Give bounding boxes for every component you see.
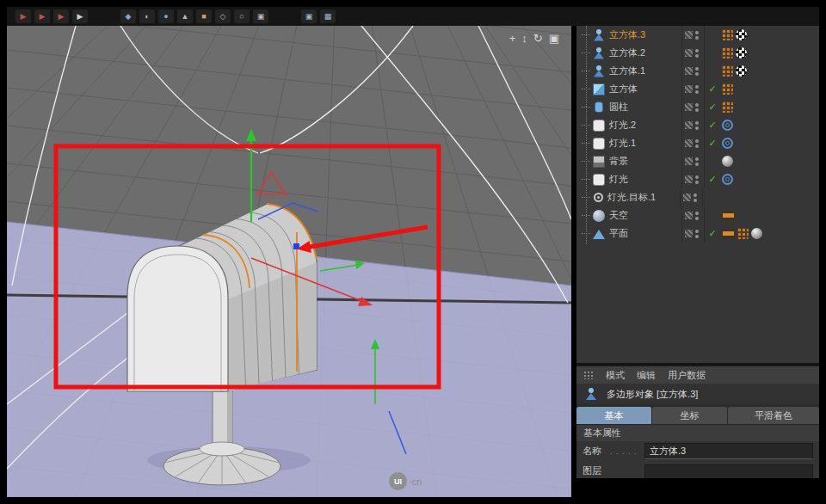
toolbar-icon[interactable]: ● (158, 9, 174, 23)
visibility-dots-icon[interactable] (695, 67, 699, 76)
object-row[interactable]: 灯光.目标.1 (576, 188, 819, 206)
object-row[interactable]: 立方体✓ (576, 80, 819, 98)
visibility-dots-icon[interactable] (695, 85, 699, 94)
object-row[interactable]: 灯光✓ (576, 170, 819, 188)
visibility-dots-icon[interactable] (695, 230, 699, 238)
toolbar-icon[interactable]: ▦ (320, 9, 336, 23)
toolbar-icon[interactable]: ▶ (15, 9, 31, 23)
visibility-dots-icon[interactable] (695, 49, 699, 58)
toolbar-icon[interactable]: ▶ (34, 9, 50, 23)
uv-tag-icon[interactable] (737, 228, 749, 239)
bullseye-tag-icon[interactable] (722, 120, 733, 131)
enabled-check-icon[interactable]: ✓ (705, 174, 720, 185)
visibility-dots-icon[interactable] (693, 194, 697, 202)
toolbar-icon[interactable]: ◆ (120, 9, 136, 23)
layer-color-patch[interactable] (685, 31, 693, 39)
tab-userdata[interactable]: 用户数据 (668, 369, 706, 382)
object-row[interactable]: 灯光.2✓ (576, 116, 819, 134)
layer-color-patch[interactable] (685, 175, 693, 183)
visibility-dots-icon[interactable] (695, 175, 699, 184)
visibility-dots-icon[interactable] (695, 31, 699, 40)
layer-color-patch[interactable] (685, 230, 693, 237)
tab-mode[interactable]: 模式 (606, 369, 625, 382)
uv-tag-icon[interactable] (722, 47, 733, 58)
visibility-toggles[interactable] (681, 134, 705, 152)
object-row[interactable]: 天空 (576, 206, 819, 224)
visibility-toggles[interactable] (681, 44, 705, 62)
object-row[interactable]: 平面✓ (576, 224, 819, 243)
visibility-toggles[interactable] (681, 80, 705, 98)
toolbar-icon[interactable]: ◇ (215, 9, 231, 23)
object-row[interactable]: 立方体.1 (576, 62, 819, 80)
layer-dropdown[interactable] (644, 464, 813, 478)
layer-color-patch[interactable] (685, 103, 693, 111)
toolbar-icon[interactable]: ▲ (177, 9, 193, 23)
uv-tag-icon[interactable] (722, 83, 733, 95)
visibility-toggles[interactable] (681, 206, 705, 224)
layer-color-patch[interactable] (685, 49, 693, 57)
enabled-check-icon[interactable]: ✓ (705, 120, 720, 131)
object-row[interactable]: 灯光.1✓ (576, 134, 819, 152)
object-row[interactable]: 立方体.3 (576, 26, 819, 44)
bullseye-tag-icon[interactable] (722, 174, 733, 185)
tab-edit[interactable]: 编辑 (637, 369, 656, 382)
uv-tag-icon[interactable] (722, 65, 733, 77)
uv-tag-icon[interactable] (722, 101, 733, 113)
dolly-icon[interactable]: ↕ (521, 33, 527, 45)
subtab-coordinates[interactable]: 坐标 (652, 407, 728, 424)
visibility-dots-icon[interactable] (695, 157, 699, 166)
toolbar-icon[interactable]: ○ (234, 9, 250, 23)
layer-color-patch[interactable] (685, 212, 693, 219)
layer-color-patch[interactable] (685, 85, 693, 93)
toolbar-icon[interactable]: ▶ (72, 9, 88, 23)
visibility-toggles[interactable] (680, 188, 703, 206)
object-row[interactable]: 立方体.2 (576, 44, 819, 62)
visibility-dots-icon[interactable] (695, 121, 699, 130)
enabled-check-icon[interactable]: ✓ (705, 83, 720, 95)
layer-color-patch[interactable] (683, 194, 691, 201)
checker-tag-icon[interactable] (736, 29, 747, 40)
visibility-dots-icon[interactable] (695, 103, 699, 112)
visibility-toggles[interactable] (681, 116, 705, 134)
maximize-icon[interactable]: ▣ (549, 33, 559, 45)
checker-tag-icon[interactable] (736, 47, 747, 58)
visibility-toggles[interactable] (681, 224, 705, 243)
visibility-dots-icon[interactable] (695, 139, 699, 148)
subtab-phong[interactable]: 平滑着色 (728, 407, 819, 424)
toolbar-icon[interactable]: ▣ (301, 9, 317, 23)
visibility-dots-icon[interactable] (695, 212, 699, 220)
toolbar-icon[interactable]: ■ (196, 9, 212, 23)
visibility-toggles[interactable] (681, 62, 705, 80)
enabled-check-icon[interactable]: ✓ (705, 228, 720, 239)
checker-tag-icon[interactable] (736, 65, 747, 77)
film-tag-icon[interactable] (722, 211, 735, 220)
toolbar-icon[interactable]: ▶ (53, 9, 69, 23)
visibility-toggles[interactable] (681, 170, 705, 188)
object-row[interactable]: 背景 (576, 152, 819, 170)
visibility-toggles[interactable] (681, 98, 705, 116)
layer-color-patch[interactable] (685, 157, 693, 165)
object-row[interactable]: 圆柱✓ (576, 98, 819, 116)
pan-icon[interactable]: + (509, 33, 516, 45)
layer-color-patch[interactable] (685, 139, 693, 147)
visibility-toggles[interactable] (681, 26, 705, 44)
sphere-tag-icon[interactable] (751, 228, 762, 239)
layer-color-patch[interactable] (685, 121, 693, 129)
bullseye-tag-icon[interactable] (722, 138, 733, 149)
panel-menu-icon[interactable] (583, 371, 594, 379)
sphere-tag-icon[interactable] (722, 156, 733, 167)
visibility-toggles[interactable] (681, 152, 705, 170)
uv-tag-icon[interactable] (722, 29, 733, 40)
film-tag-icon[interactable] (722, 229, 735, 238)
subtab-basic[interactable]: 基本 (576, 407, 652, 424)
toolbar-icon[interactable]: ◐ (139, 9, 155, 23)
enabled-check-icon[interactable]: ✓ (705, 101, 720, 113)
toolbar-icon[interactable]: ▣ (253, 9, 268, 23)
object-manager[interactable]: 立方体.3立方体.2立方体.1立方体✓圆柱✓灯光.2✓灯光.1✓背景灯光✓灯光.… (576, 26, 819, 366)
name-input[interactable]: 立方体.3 (644, 443, 813, 459)
scene-canvas[interactable] (7, 26, 571, 497)
layer-color-patch[interactable] (685, 67, 693, 75)
enabled-check-icon[interactable]: ✓ (705, 138, 720, 149)
rotate-icon[interactable]: ↻ (533, 33, 543, 45)
viewport[interactable]: +↕↻▣ (7, 26, 571, 497)
